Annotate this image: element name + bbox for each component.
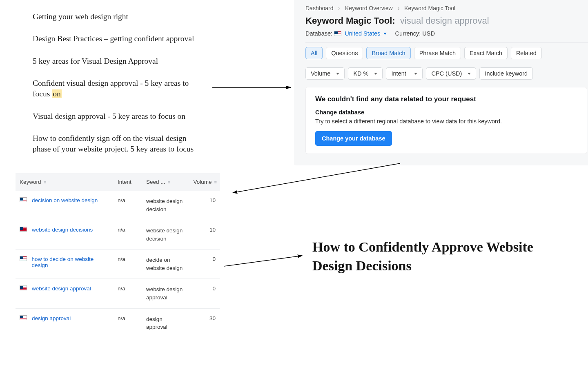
empty-state-card: We couldn't find any data related to you… xyxy=(305,87,587,154)
tab-exact-match[interactable]: Exact Match xyxy=(464,47,508,59)
table-row: website design decisionsn/awebsite desig… xyxy=(16,220,220,250)
filter-volume[interactable]: Volume xyxy=(305,67,345,80)
volume-cell: 10 xyxy=(187,191,220,220)
headline-highlight: on xyxy=(52,89,62,98)
intent-cell: n/a xyxy=(114,279,142,308)
keyword-magic-panel: Dashboard › Keyword Overview › Keyword M… xyxy=(294,0,588,165)
match-type-tabs: All Questions Broad Match Phrase Match E… xyxy=(305,43,588,63)
col-intent[interactable]: Intent xyxy=(114,173,142,191)
sort-icon: ≡ xyxy=(168,180,169,185)
us-flag-icon xyxy=(20,256,27,261)
col-seed[interactable]: Seed ...≡ xyxy=(142,173,187,191)
headline-item: 5 key areas for Visual Design Approval xyxy=(33,56,204,67)
keyword-link[interactable]: website design approval xyxy=(32,285,91,292)
col-keyword[interactable]: Keyword≡ xyxy=(16,173,114,191)
seed-cell: decide on website design xyxy=(142,250,187,279)
seed-cell: website design decision xyxy=(142,220,187,250)
us-flag-icon xyxy=(20,197,27,202)
intent-cell: n/a xyxy=(114,308,142,338)
seed-cell: website design approval xyxy=(142,279,187,308)
volume-cell: 0 xyxy=(187,250,220,279)
tab-phrase-match[interactable]: Phrase Match xyxy=(414,47,461,59)
database-label: Database: xyxy=(305,30,332,37)
filter-kd[interactable]: KD % xyxy=(348,67,383,80)
table-row: design approvaln/adesign approval30 xyxy=(16,308,220,338)
us-flag-icon xyxy=(20,285,27,290)
headline-item: Design Best Practices – getting confiden… xyxy=(33,33,204,44)
us-flag-icon xyxy=(20,315,27,320)
chevron-down-icon xyxy=(383,33,387,35)
volume-cell: 10 xyxy=(187,220,220,250)
empty-description: Try to select a different regional datab… xyxy=(315,118,577,125)
arrow-2 xyxy=(233,163,400,193)
tab-related[interactable]: Related xyxy=(511,47,542,59)
table-header-row: Keyword≡ Intent Seed ...≡ Volume≡ xyxy=(16,173,220,191)
headline-item: Getting your web design right xyxy=(33,11,204,22)
tab-broad-match[interactable]: Broad Match xyxy=(366,47,410,59)
filter-row: Volume KD % Intent CPC (USD) Include key… xyxy=(305,63,588,84)
chevron-down-icon xyxy=(414,73,417,75)
us-flag-icon xyxy=(20,227,27,232)
breadcrumb: Dashboard › Keyword Overview › Keyword M… xyxy=(305,5,588,11)
empty-subtitle: Change database xyxy=(315,109,577,116)
sort-icon: ≡ xyxy=(214,180,216,185)
headline-item: Confident visual design approval - 5 key… xyxy=(33,78,204,100)
database-selector[interactable]: United States xyxy=(345,30,388,37)
us-flag-icon xyxy=(334,31,341,36)
seed-cell: design approval xyxy=(142,308,187,338)
change-database-button[interactable]: Change your database xyxy=(315,131,392,146)
currency-value: USD xyxy=(422,30,435,37)
tab-all[interactable]: All xyxy=(305,47,323,59)
chevron-down-icon xyxy=(468,73,471,75)
chevron-right-icon: › xyxy=(339,5,340,11)
filter-intent[interactable]: Intent xyxy=(386,67,423,80)
tab-questions[interactable]: Questions xyxy=(326,47,363,59)
volume-cell: 0 xyxy=(187,279,220,308)
chevron-down-icon xyxy=(374,73,377,75)
keyword-link[interactable]: website design decisions xyxy=(32,227,93,233)
arrow-3 xyxy=(224,256,302,266)
chevron-down-icon xyxy=(336,73,339,75)
keyword-link[interactable]: how to decide on website design xyxy=(32,256,109,268)
table-row: how to decide on website designn/adecide… xyxy=(16,250,220,279)
chevron-right-icon: › xyxy=(398,5,399,11)
final-headline: How to Confidently Approve Website Desig… xyxy=(312,238,553,275)
title-label: Keyword Magic Tool: xyxy=(305,16,395,26)
breadcrumb-item[interactable]: Keyword Magic Tool xyxy=(404,5,455,11)
intent-cell: n/a xyxy=(114,250,142,279)
keyword-link[interactable]: design approval xyxy=(32,315,71,321)
col-volume[interactable]: Volume≡ xyxy=(187,173,220,191)
headline-list: Getting your web design right Design Bes… xyxy=(33,11,204,166)
headline-item: Visual design approval - 5 key areas to … xyxy=(33,111,204,122)
search-term: visual design approval xyxy=(398,16,489,26)
intent-cell: n/a xyxy=(114,220,142,250)
sort-icon: ≡ xyxy=(44,180,45,185)
volume-cell: 30 xyxy=(187,308,220,338)
empty-title: We couldn't find any data related to you… xyxy=(315,95,577,103)
filter-cpc[interactable]: CPC (USD) xyxy=(426,67,476,80)
database-currency-row: Database: United States Currency: USD xyxy=(305,30,588,37)
keyword-link[interactable]: decision on website design xyxy=(32,197,98,203)
table-row: decision on website designn/awebsite des… xyxy=(16,191,220,220)
seed-cell: website design decision xyxy=(142,191,187,220)
table-row: website design approvaln/awebsite design… xyxy=(16,279,220,308)
currency-label: Currency: xyxy=(395,30,421,37)
page-title: Keyword Magic Tool: visual design approv… xyxy=(305,16,588,26)
keyword-table: Keyword≡ Intent Seed ...≡ Volume≡ decisi… xyxy=(16,173,220,338)
headline-item: How to confidently sign off on the visua… xyxy=(33,133,204,155)
breadcrumb-item[interactable]: Keyword Overview xyxy=(345,5,393,11)
intent-cell: n/a xyxy=(114,191,142,220)
breadcrumb-item[interactable]: Dashboard xyxy=(305,5,334,11)
filter-include-keyword[interactable]: Include keyword xyxy=(479,67,533,80)
